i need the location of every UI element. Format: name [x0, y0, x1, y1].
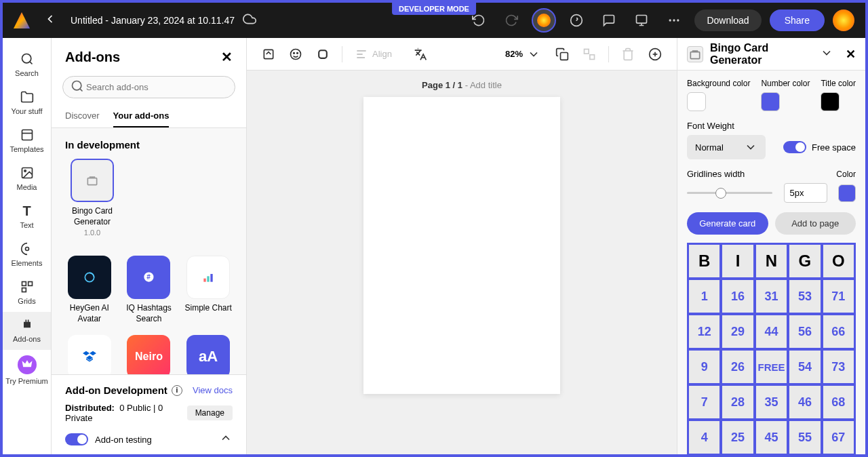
- dev-addon-name: Bingo Card Generator: [65, 206, 119, 227]
- bingo-cell: 28: [722, 386, 753, 418]
- chevron-up-icon[interactable]: [219, 431, 233, 448]
- dev-addon-item[interactable]: Bingo Card Generator 1.0.0: [65, 159, 119, 237]
- tab-discover[interactable]: Discover: [65, 104, 100, 127]
- developer-mode-badge: DEVELOPER MODE: [392, 3, 476, 15]
- present-icon[interactable]: [629, 8, 654, 33]
- info-icon[interactable]: i: [172, 385, 182, 396]
- free-space-toggle[interactable]: [783, 141, 806, 153]
- svg-rect-27: [319, 50, 327, 58]
- title-color-swatch[interactable]: [821, 92, 840, 111]
- help-icon[interactable]: [564, 8, 589, 33]
- svg-point-25: [294, 52, 295, 54]
- addon-neiro[interactable]: Neiro: [125, 335, 174, 374]
- bingo-cell: 56: [789, 315, 820, 348]
- title-color-label: Title color: [821, 79, 856, 88]
- duplicate-button[interactable]: [551, 43, 573, 65]
- sidebar-item-addons[interactable]: Add-ons: [3, 312, 51, 350]
- svg-rect-20: [203, 279, 205, 282]
- grid-color-label: Color: [836, 170, 856, 179]
- back-button[interactable]: [38, 9, 62, 31]
- bingo-header: O: [823, 245, 854, 277]
- right-panel-title: Bingo Card Generator: [710, 42, 813, 66]
- manage-button[interactable]: Manage: [187, 405, 233, 420]
- bg-color-swatch[interactable]: [687, 92, 706, 111]
- search-icon: [71, 79, 84, 96]
- addon-dropbox[interactable]: [65, 335, 114, 374]
- shape-button[interactable]: [312, 43, 334, 65]
- bingo-header: G: [789, 245, 820, 277]
- addons-close-button[interactable]: ✕: [221, 49, 233, 65]
- add-button[interactable]: [644, 43, 666, 65]
- sidebar-item-text[interactable]: TText: [3, 198, 51, 236]
- gridlines-slider[interactable]: [687, 192, 772, 194]
- bingo-cell: 46: [789, 386, 820, 418]
- adobe-logo[interactable]: [14, 12, 30, 28]
- user-avatar[interactable]: [833, 9, 854, 31]
- zoom-level[interactable]: 82%: [500, 47, 546, 61]
- download-button[interactable]: Download: [694, 9, 761, 31]
- addon-iqhashtags[interactable]: #IQ Hashtags Search: [125, 256, 174, 324]
- share-button[interactable]: Share: [770, 9, 825, 31]
- canvas-page[interactable]: [363, 97, 560, 394]
- bingo-cell: 16: [722, 280, 753, 313]
- bg-color-label: Background color: [687, 79, 750, 88]
- addon-simplechart[interactable]: Simple Chart: [184, 256, 233, 324]
- svg-rect-17: [87, 178, 96, 185]
- svg-rect-32: [585, 49, 589, 54]
- sidebar-item-grids[interactable]: Grids: [3, 274, 51, 312]
- num-color-swatch[interactable]: [761, 92, 780, 111]
- sidebar-item-search[interactable]: Search: [3, 46, 51, 84]
- bingo-cell: 73: [823, 351, 854, 383]
- bingo-cell: 66: [823, 315, 854, 348]
- bingo-cell: 44: [756, 315, 787, 348]
- bingo-header: I: [722, 245, 753, 277]
- font-weight-select[interactable]: Normal: [687, 135, 766, 159]
- svg-rect-12: [22, 282, 26, 286]
- collapse-button[interactable]: [820, 46, 833, 62]
- view-docs-link[interactable]: View docs: [193, 385, 233, 395]
- addon-aa[interactable]: aA: [184, 335, 233, 374]
- tab-your-addons[interactable]: Your add-ons: [113, 104, 170, 127]
- more-icon[interactable]: [662, 8, 686, 33]
- effects-button[interactable]: [285, 43, 307, 65]
- bingo-cell: 71: [823, 280, 854, 313]
- sidebar-item-templates[interactable]: Templates: [3, 122, 51, 160]
- sidebar-item-elements[interactable]: Elements: [3, 236, 51, 274]
- svg-line-16: [80, 88, 83, 91]
- document-title[interactable]: Untitled - January 23, 2024 at 10.11.47: [71, 15, 235, 26]
- align-button: Align: [351, 47, 396, 61]
- addon-testing-toggle[interactable]: [65, 433, 88, 445]
- gridlines-input[interactable]: [784, 183, 827, 203]
- grid-color-swatch[interactable]: [838, 184, 856, 202]
- generate-card-button[interactable]: Generate card: [687, 212, 768, 235]
- translate-button[interactable]: [410, 43, 431, 65]
- svg-point-10: [24, 170, 26, 172]
- addon-testing-label: Add-on testing: [95, 435, 152, 445]
- bingo-cell: 25: [722, 421, 753, 454]
- canvas-area: Align 82% Page 1 / 1 - Add title: [247, 38, 677, 454]
- cloud-icon[interactable]: [243, 12, 256, 28]
- svg-rect-33: [590, 54, 595, 59]
- sidebar-item-your-stuff[interactable]: Your stuff: [3, 84, 51, 122]
- svg-rect-22: [210, 274, 212, 282]
- close-button[interactable]: ✕: [846, 47, 856, 62]
- addon-heygen[interactable]: HeyGen AI Avatar: [65, 256, 114, 324]
- comment-icon[interactable]: [597, 8, 621, 33]
- page-indicator[interactable]: Page 1 / 1 - Add title: [422, 80, 502, 90]
- addons-search-input[interactable]: [62, 76, 235, 98]
- bingo-cell: 54: [789, 351, 820, 383]
- group-button: [578, 43, 600, 65]
- addons-search[interactable]: [62, 76, 235, 98]
- bingo-cell: 67: [823, 421, 854, 454]
- add-to-page-button[interactable]: Add to page: [775, 212, 856, 235]
- sidebar-item-premium[interactable]: Try Premium: [3, 350, 51, 392]
- bingo-cell: 35: [756, 386, 787, 418]
- crop-button[interactable]: [258, 43, 279, 65]
- svg-point-11: [25, 247, 28, 251]
- svg-point-26: [297, 52, 298, 54]
- redo-button[interactable]: [499, 8, 524, 33]
- invite-avatar[interactable]: [532, 8, 556, 33]
- svg-line-6: [29, 62, 32, 64]
- bingo-cell: 26: [722, 351, 753, 383]
- sidebar-item-media[interactable]: Media: [3, 160, 51, 198]
